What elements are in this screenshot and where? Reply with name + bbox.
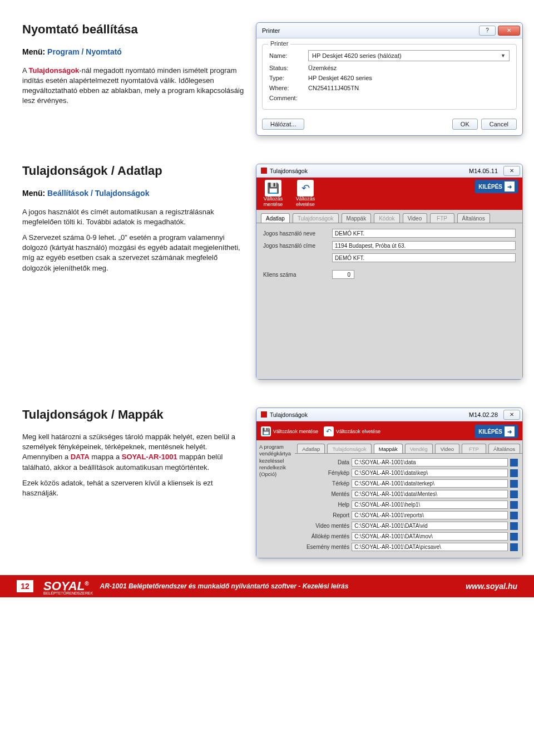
tab-mappák[interactable]: Mappák — [342, 213, 372, 223]
browse-button[interactable] — [510, 522, 518, 530]
window-close-button[interactable]: ✕ — [503, 166, 520, 176]
folder-label: Esemény mentés — [299, 544, 349, 550]
browse-button[interactable] — [510, 469, 518, 477]
help-button[interactable]: ? — [479, 26, 496, 36]
browse-button[interactable] — [510, 512, 518, 519]
tab-adatlap[interactable]: Adatlap — [261, 213, 290, 223]
adatlap-tabs-row: AdatlapTulajdonságokMappákKódokVideoFTPÁ… — [256, 210, 522, 223]
page-footer: 12 SOYAL® BELÉPTETŐRENDSZEREK AR-1001 Be… — [0, 575, 534, 597]
cancel-button[interactable]: Cancel — [481, 119, 517, 130]
folder-path-input[interactable]: C:\SOYAL-AR-1001\data\Mentes\ — [352, 490, 508, 498]
exit-icon: ➜ — [505, 181, 515, 192]
tab-video[interactable]: Video — [403, 213, 427, 223]
exit-button[interactable]: KILÉPÉS ➜ — [475, 180, 518, 193]
tab-általános[interactable]: Általános — [457, 213, 490, 223]
save-changes-button[interactable]: 💾 Változás mentése — [261, 180, 285, 209]
adatlap-version: M14.05.11 — [469, 168, 498, 174]
close-button[interactable]: ✕ — [498, 26, 520, 36]
folder-label: Video mentés — [299, 523, 349, 529]
folder-row: Esemény mentésC:\SOYAL-AR-1001\DATA\pics… — [299, 543, 518, 551]
user-name2-input[interactable]: DEMÓ KFT. — [332, 253, 516, 262]
footer-doc-title: AR-1001 Beléptetőrendszer és munkaidő ny… — [100, 582, 466, 590]
folder-path-input[interactable]: C:\SOYAL-AR-1001\data — [352, 458, 508, 467]
section3-heading: Tulajdonságok / Mappák — [22, 408, 245, 422]
folder-path-input[interactable]: C:\SOYAL-AR-1001\DATA\picsave\ — [352, 543, 508, 551]
user-address-input[interactable]: 1194 Budapest, Próba út 63. — [332, 241, 516, 250]
user-name-input[interactable]: DEMÓ KFT. — [332, 229, 516, 238]
section3-p1: Meg kell határozni a szükséges tároló ma… — [22, 432, 245, 473]
section3-p2: Ezek közös adatok, tehát a szerveren kív… — [22, 478, 245, 498]
mappak-side-note: A program vendégkártya kezeléssel rendel… — [256, 440, 295, 558]
client-number-label: Kliens száma — [263, 272, 329, 278]
folder-row: DataC:\SOYAL-AR-1001\data — [299, 458, 518, 467]
undo-icon: ↶ — [297, 180, 314, 197]
section2-p2: A Szervezet száma 0-9 lehet. „0" esetén … — [22, 233, 245, 273]
app-icon — [261, 411, 267, 418]
folder-label: Report — [299, 512, 349, 518]
user-name-label: Jogos használó neve — [263, 230, 329, 237]
tab-mappák[interactable]: Mappák — [374, 444, 403, 453]
folder-row: HelpC:\SOYAL-AR-1001\help1\ — [299, 500, 518, 509]
folder-path-input[interactable]: C:\SOYAL-AR-1001\data\terkep\ — [352, 479, 508, 488]
folder-label: Mentés — [299, 491, 349, 497]
page-number: 12 — [17, 580, 33, 592]
browse-button[interactable] — [510, 543, 518, 551]
tab-adatlap[interactable]: Adatlap — [297, 444, 325, 453]
mappak-tabs-row: AdatlapTulajdonságokMappákVendégVideoFTP… — [295, 440, 522, 454]
tab-ftp[interactable]: FTP — [430, 213, 454, 223]
folder-path-input[interactable]: C:\SOYAL-AR-1001\DATA\mov\ — [352, 532, 508, 541]
tab-általános[interactable]: Általános — [488, 444, 520, 453]
printer-comment-label: Comment: — [269, 95, 303, 101]
folder-row: Video mentésC:\SOYAL-AR-1001\DATA\vid — [299, 522, 518, 530]
section2-p1: A jogos használót és címét automatikusan… — [22, 207, 245, 227]
exit-icon: ➜ — [505, 426, 515, 436]
printer-where-label: Where: — [269, 85, 303, 91]
folder-path-input[interactable]: C:\SOYAL-AR-1001\reports\ — [352, 511, 508, 519]
section1-paragraph: A Tulajdonságok-nál megadott nyomtató mi… — [22, 66, 245, 106]
mappak-title: Tulajdonságok — [261, 411, 308, 418]
folder-row: FényképC:\SOYAL-AR-1001\data\kep\ — [299, 469, 518, 477]
footer-url: www.soyal.hu — [466, 582, 517, 591]
folder-label: Állókép mentés — [299, 533, 349, 539]
folder-row: ReportC:\SOYAL-AR-1001\reports\ — [299, 511, 518, 519]
folder-row: MentésC:\SOYAL-AR-1001\data\Mentes\ — [299, 490, 518, 498]
folder-path-input[interactable]: C:\SOYAL-AR-1001\data\kep\ — [352, 469, 508, 477]
printer-name-dropdown[interactable]: HP Deskjet 4620 series (hálózat) ▼ — [308, 50, 510, 61]
printer-dialog-titlebar: Printer ? ✕ — [256, 23, 522, 38]
tab-kódok[interactable]: Kódok — [374, 213, 399, 223]
printer-name-label: Name: — [269, 52, 303, 59]
undo-changes-button[interactable]: ↶ Változás elvetése — [293, 180, 318, 209]
save-changes-button[interactable]: 💾 Változások mentése — [261, 426, 318, 436]
tab-vendég[interactable]: Vendég — [405, 444, 433, 453]
folder-label: Fénykép — [299, 470, 349, 476]
soyal-logo: SOYAL® BELÉPTETŐRENDSZEREK — [43, 579, 89, 593]
tab-tulajdonságok[interactable]: Tulajdonságok — [293, 213, 339, 223]
exit-button[interactable]: KILÉPÉS ➜ — [475, 425, 518, 438]
browse-button[interactable] — [510, 480, 518, 488]
ok-button[interactable]: OK — [452, 119, 478, 130]
folder-row: Állókép mentésC:\SOYAL-AR-1001\DATA\mov\ — [299, 532, 518, 541]
client-number-input[interactable]: 0 — [332, 270, 354, 279]
adatlap-title: Tulajdonságok — [261, 168, 308, 174]
tab-video[interactable]: Video — [435, 444, 459, 453]
folder-path-input[interactable]: C:\SOYAL-AR-1001\help1\ — [352, 500, 508, 509]
printer-fieldset-legend: Printer — [268, 40, 290, 47]
section2-heading: Tulajdonságok / Adatlap — [22, 164, 245, 178]
printer-type-value: HP Deskjet 4620 series — [308, 75, 510, 81]
tab-ftp[interactable]: FTP — [462, 444, 486, 453]
save-icon: 💾 — [261, 426, 271, 436]
folder-path-input[interactable]: C:\SOYAL-AR-1001\DATA\vid — [352, 522, 508, 530]
section2-menu: Menü: Beállítások / Tulajdonságok — [22, 188, 245, 199]
folder-row: TérképC:\SOYAL-AR-1001\data\terkep\ — [299, 479, 518, 488]
window-close-button[interactable]: ✕ — [503, 410, 520, 420]
halozat-button[interactable]: Hálózat... — [262, 119, 304, 130]
undo-changes-button[interactable]: ↶ Változások elvetése — [324, 426, 380, 436]
browse-button[interactable] — [510, 501, 518, 509]
user-address-label: Jogos használó címe — [263, 243, 329, 249]
browse-button[interactable] — [510, 533, 518, 541]
browse-button[interactable] — [510, 490, 518, 498]
tab-tulajdonságok[interactable]: Tulajdonságok — [327, 444, 371, 453]
printer-type-label: Type: — [269, 75, 303, 81]
printer-dialog-title: Printer — [262, 27, 280, 34]
browse-button[interactable] — [510, 459, 518, 467]
